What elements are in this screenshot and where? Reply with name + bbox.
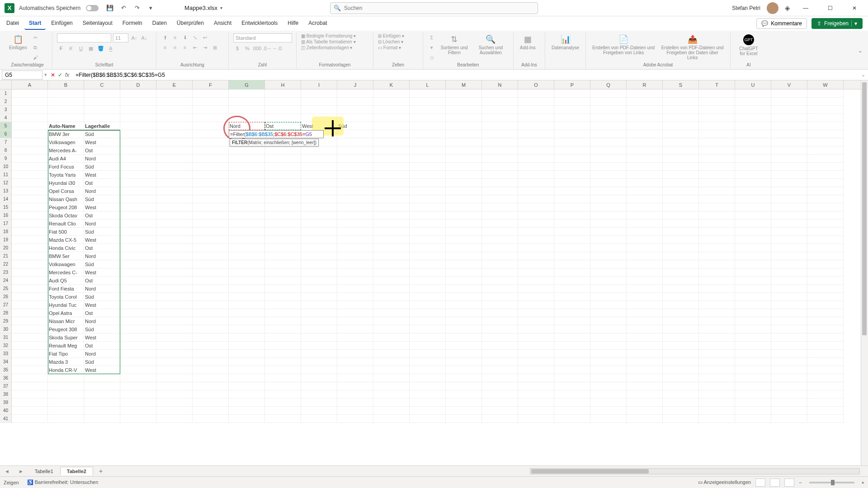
cell[interactable] <box>373 89 410 98</box>
cell[interactable] <box>156 342 193 350</box>
find-select-button[interactable]: 🔍 Suchen und Auswählen <box>473 33 509 56</box>
cell[interactable] <box>518 89 554 98</box>
cell[interactable] <box>735 407 771 415</box>
cell[interactable] <box>337 374 373 382</box>
cell[interactable] <box>229 399 265 407</box>
cell[interactable] <box>663 163 699 171</box>
cell[interactable] <box>663 366 699 374</box>
cell[interactable] <box>663 407 699 415</box>
cell[interactable] <box>663 252 699 260</box>
cell[interactable] <box>337 211 373 220</box>
expand-formula-icon[interactable]: ⌄ <box>859 72 868 78</box>
cell[interactable] <box>301 301 337 309</box>
col-header-S[interactable]: S <box>663 80 699 89</box>
cell[interactable] <box>301 171 337 179</box>
cell[interactable] <box>193 138 229 146</box>
cell[interactable] <box>373 106 410 114</box>
cell[interactable] <box>554 114 590 122</box>
cell[interactable] <box>48 407 84 415</box>
tab-daten[interactable]: Daten <box>148 17 171 30</box>
cell[interactable] <box>446 138 482 146</box>
cell[interactable] <box>518 399 554 407</box>
cell[interactable] <box>518 98 554 106</box>
align-middle-icon[interactable]: ≡ <box>171 33 179 42</box>
cell[interactable] <box>627 211 663 220</box>
cell[interactable] <box>84 89 120 98</box>
cell[interactable] <box>193 98 229 106</box>
cell[interactable] <box>337 236 373 244</box>
cell[interactable] <box>627 228 663 236</box>
cell[interactable] <box>120 203 156 211</box>
cell[interactable] <box>156 187 193 195</box>
cell[interactable] <box>410 138 446 146</box>
cell[interactable] <box>120 138 156 146</box>
cell[interactable] <box>771 163 807 171</box>
cell[interactable] <box>156 98 193 106</box>
cell[interactable] <box>337 220 373 228</box>
cell[interactable] <box>482 122 518 130</box>
cell[interactable] <box>482 358 518 366</box>
cell[interactable] <box>12 228 48 236</box>
cell[interactable] <box>156 350 193 358</box>
cell[interactable] <box>590 138 627 146</box>
cell[interactable] <box>590 252 627 260</box>
cell[interactable] <box>410 358 446 366</box>
col-header-O[interactable]: O <box>518 80 554 89</box>
cell[interactable] <box>518 260 554 268</box>
cell[interactable] <box>590 203 627 211</box>
scroll-thumb[interactable] <box>531 469 649 474</box>
row-header[interactable]: 20 <box>0 244 12 252</box>
cell[interactable] <box>193 146 229 155</box>
cell[interactable] <box>554 138 590 146</box>
cell[interactable] <box>482 220 518 228</box>
cell[interactable] <box>12 146 48 155</box>
cell[interactable] <box>120 220 156 228</box>
cell[interactable] <box>807 220 844 228</box>
cell[interactable] <box>337 260 373 268</box>
cell[interactable] <box>482 187 518 195</box>
cell[interactable] <box>627 399 663 407</box>
cell[interactable] <box>156 415 193 423</box>
vertical-scrollbar[interactable] <box>861 80 868 465</box>
cell[interactable] <box>156 179 193 187</box>
avatar[interactable] <box>767 2 778 14</box>
cell[interactable] <box>265 211 301 220</box>
cell[interactable] <box>735 171 771 179</box>
cell[interactable] <box>482 268 518 277</box>
cell[interactable] <box>482 211 518 220</box>
cell[interactable] <box>84 98 120 106</box>
cell[interactable] <box>373 195 410 203</box>
cell[interactable] <box>663 333 699 342</box>
cell[interactable] <box>12 268 48 277</box>
cell[interactable] <box>120 301 156 309</box>
cell[interactable] <box>156 317 193 325</box>
row-header[interactable]: 6 <box>0 130 12 138</box>
row-header[interactable]: 31 <box>0 333 12 342</box>
tab-einfügen[interactable]: Einfügen <box>47 17 77 30</box>
cell[interactable] <box>554 325 590 333</box>
qat-dropdown-icon[interactable]: ▾ <box>146 4 155 12</box>
cell[interactable] <box>193 187 229 195</box>
cell[interactable] <box>699 374 735 382</box>
cell[interactable] <box>807 228 844 236</box>
cell[interactable] <box>554 293 590 301</box>
cell[interactable] <box>373 203 410 211</box>
cell[interactable] <box>229 325 265 333</box>
cell[interactable] <box>337 301 373 309</box>
cell[interactable] <box>627 309 663 317</box>
cell[interactable] <box>12 382 48 390</box>
cell[interactable] <box>373 301 410 309</box>
cell[interactable] <box>120 350 156 358</box>
cell[interactable] <box>193 252 229 260</box>
minimize-button[interactable]: — <box>797 0 815 16</box>
cell[interactable] <box>771 260 807 268</box>
acrobat-create-button[interactable]: 📄 Erstellen von PDF-Dateien und Freigebe… <box>590 33 657 56</box>
row-header[interactable]: 8 <box>0 146 12 155</box>
cell[interactable] <box>663 415 699 423</box>
tab-überprüfen[interactable]: Überprüfen <box>172 17 208 30</box>
redo-icon[interactable]: ↷ <box>133 4 141 12</box>
cell[interactable] <box>699 89 735 98</box>
cell[interactable] <box>482 309 518 317</box>
cell[interactable] <box>807 407 844 415</box>
autosum-icon[interactable]: Σ <box>428 33 436 42</box>
